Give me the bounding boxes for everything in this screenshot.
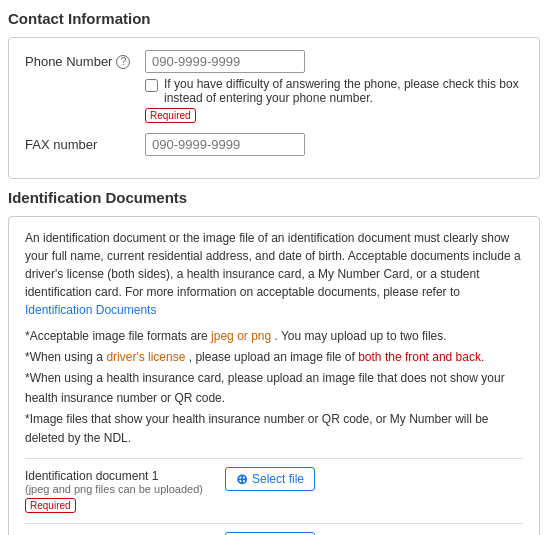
doc1-required-badge: Required <box>25 498 76 513</box>
phone-checkbox-label: If you have difficulty of answering the … <box>164 77 523 105</box>
doc1-select-wrapper: ⊕ Select file <box>225 467 315 491</box>
fax-label-text: FAX number <box>25 137 97 152</box>
id-description: An identification document or the image … <box>25 229 523 319</box>
doc1-label-text: Identification document 1 <box>25 469 225 483</box>
phone-field: If you have difficulty of answering the … <box>145 50 523 123</box>
doc1-select-file-label: Select file <box>252 472 304 486</box>
phone-input[interactable] <box>145 50 305 73</box>
phone-label: Phone Number ? <box>25 50 145 69</box>
id-note1: *Acceptable image file formats are jpeg … <box>25 327 523 346</box>
id-docs-section: An identification document or the image … <box>8 216 540 535</box>
fax-field <box>145 133 523 156</box>
contact-info-title: Contact Information <box>8 10 540 27</box>
phone-row: Phone Number ? If you have difficulty of… <box>25 50 523 123</box>
id-note1-prefix: *Acceptable image file formats are <box>25 329 208 343</box>
id-docs-link[interactable]: Identification Documents <box>25 303 156 317</box>
id-front-back-link[interactable]: both the front and back. <box>358 350 484 364</box>
fax-input[interactable] <box>145 133 305 156</box>
id-docs-title: Identification Documents <box>8 189 540 206</box>
id-note2-prefix: *When using a <box>25 350 103 364</box>
doc1-sublabel: (jpeg and png files can be uploaded) <box>25 483 225 495</box>
id-note2: *When using a driver's license , please … <box>25 348 523 367</box>
id-desc-text: An identification document or the image … <box>25 231 521 299</box>
id-drivers-license-link[interactable]: driver's license <box>106 350 185 364</box>
phone-difficulty-checkbox[interactable] <box>145 79 158 92</box>
doc1-row: Identification document 1 (jpeg and png … <box>25 458 523 513</box>
doc1-select-file-btn[interactable]: ⊕ Select file <box>225 467 315 491</box>
id-note2-mid: , please upload an image file of <box>189 350 355 364</box>
phone-checkbox-row: If you have difficulty of answering the … <box>145 77 523 105</box>
phone-required-badge: Required <box>145 108 196 123</box>
doc2-row: Identification document 2 (jpeg and png … <box>25 523 523 535</box>
id-note1-mid: . You may upload up to two files. <box>275 329 447 343</box>
id-note1-format-link[interactable]: jpeg or png <box>211 329 271 343</box>
id-note4: *Image files that show your health insur… <box>25 410 523 448</box>
doc1-label: Identification document 1 (jpeg and png … <box>25 467 225 513</box>
fax-label: FAX number <box>25 133 145 152</box>
doc1-plus-icon: ⊕ <box>236 471 248 487</box>
fax-row: FAX number <box>25 133 523 156</box>
id-note3: *When using a health insurance card, ple… <box>25 369 523 407</box>
phone-info-icon[interactable]: ? <box>116 55 130 69</box>
phone-label-text: Phone Number <box>25 54 112 69</box>
contact-info-section: Phone Number ? If you have difficulty of… <box>8 37 540 179</box>
